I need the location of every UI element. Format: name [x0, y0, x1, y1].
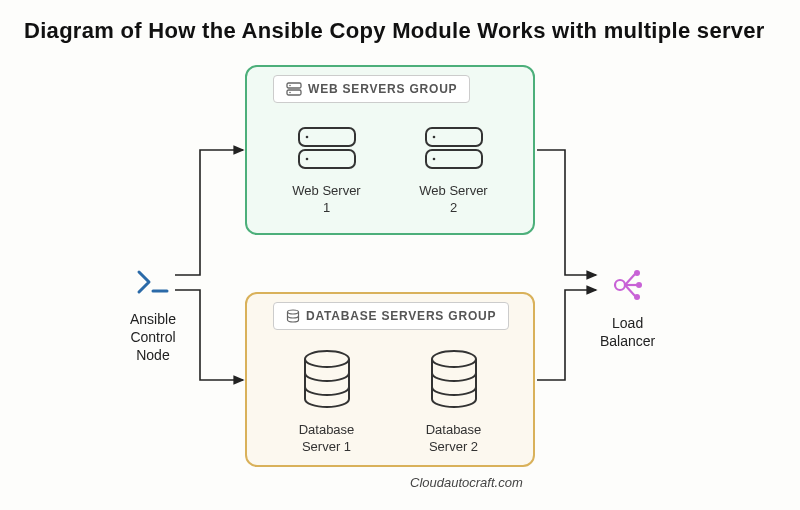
svg-rect-1: [287, 83, 301, 88]
db-group-header-text: DATABASE SERVERS GROUP: [306, 309, 496, 323]
load-balancer-icon: [610, 268, 646, 302]
db-server-2-label: DatabaseServer 2: [425, 422, 483, 456]
server-icon: [295, 124, 359, 172]
load-balancer-label: LoadBalancer: [600, 314, 655, 350]
svg-point-20: [634, 270, 640, 276]
svg-line-17: [625, 274, 635, 285]
svg-point-3: [289, 85, 291, 87]
database-icon: [298, 349, 356, 413]
web-server-2: Web Server2: [419, 119, 487, 217]
attribution-text: Cloudautocraft.com: [410, 475, 523, 490]
arrow-web-to-lb: [537, 150, 596, 275]
db-server-2: DatabaseServer 2: [425, 346, 483, 456]
svg-point-4: [289, 92, 291, 94]
svg-point-14: [305, 351, 349, 367]
web-group-header: WEB SERVERS GROUP: [273, 75, 470, 103]
web-group-header-text: WEB SERVERS GROUP: [308, 82, 457, 96]
svg-point-16: [615, 280, 625, 290]
svg-point-22: [634, 294, 640, 300]
server-icon: [422, 124, 486, 172]
svg-point-13: [288, 310, 299, 314]
server-stack-icon: [286, 82, 302, 96]
terminal-prompt-icon: [135, 268, 171, 296]
arrow-control-to-web: [175, 150, 243, 275]
database-icon: [425, 349, 483, 413]
ansible-control-node: AnsibleControlNode: [130, 268, 176, 365]
svg-point-11: [432, 136, 435, 139]
db-group-header: DATABASE SERVERS GROUP: [273, 302, 509, 330]
arrow-control-to-db: [175, 290, 243, 380]
web-servers-group: WEB SERVERS GROUP Web Server1: [245, 65, 535, 235]
svg-line-19: [625, 285, 635, 296]
load-balancer-node: LoadBalancer: [600, 268, 655, 350]
control-node-label: AnsibleControlNode: [130, 310, 176, 365]
svg-point-15: [432, 351, 476, 367]
svg-point-21: [636, 282, 642, 288]
web-server-1-label: Web Server1: [292, 183, 360, 217]
svg-point-8: [305, 158, 308, 161]
db-server-1: DatabaseServer 1: [298, 346, 356, 456]
diagram-title: Diagram of How the Ansible Copy Module W…: [24, 18, 765, 44]
db-server-1-label: DatabaseServer 1: [298, 422, 356, 456]
web-server-1: Web Server1: [292, 119, 360, 217]
database-servers-group: DATABASE SERVERS GROUP DatabaseServer 1: [245, 292, 535, 467]
svg-point-12: [432, 158, 435, 161]
web-server-2-label: Web Server2: [419, 183, 487, 217]
svg-point-7: [305, 136, 308, 139]
svg-rect-2: [287, 90, 301, 95]
arrow-db-to-lb: [537, 290, 596, 380]
database-mini-icon: [286, 309, 300, 323]
